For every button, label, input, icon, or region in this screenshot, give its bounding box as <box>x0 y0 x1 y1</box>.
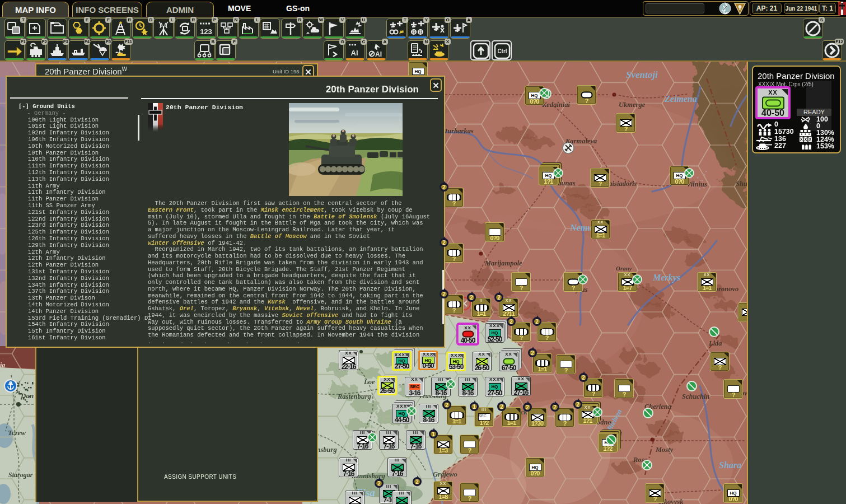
svg-text:Ctrl: Ctrl <box>497 48 507 54</box>
svg-text:AI: AI <box>375 50 382 58</box>
svg-text:123: 123 <box>200 27 212 36</box>
svg-text:AI: AI <box>351 49 358 57</box>
